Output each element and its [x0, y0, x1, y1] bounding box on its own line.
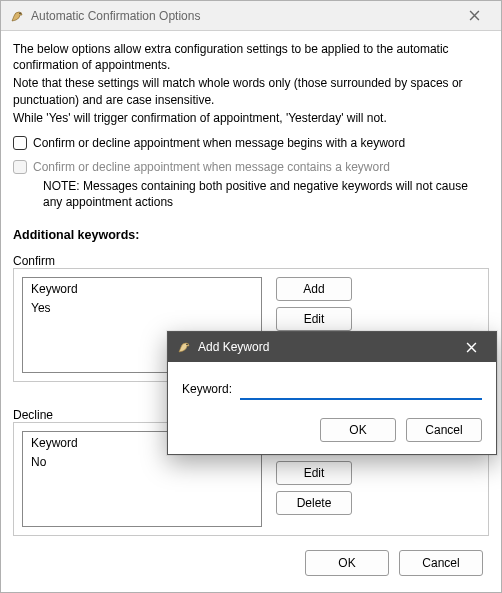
app-icon	[9, 8, 25, 24]
list-item[interactable]: Yes	[31, 300, 253, 316]
additional-title: Additional keywords:	[13, 228, 489, 242]
dialog-buttons: OK Cancel	[305, 550, 483, 576]
svg-point-1	[186, 344, 188, 346]
svg-point-0	[19, 12, 21, 14]
confirm-edit-button[interactable]: Edit	[276, 307, 352, 331]
main-ok-button[interactable]: OK	[305, 550, 389, 576]
confirm-legend: Confirm	[13, 254, 489, 268]
window-title: Automatic Confirmation Options	[31, 9, 453, 23]
content-area: The below options allow extra configurat…	[1, 31, 501, 552]
modal-close-button[interactable]	[450, 333, 492, 361]
intro-p3: While 'Yes' will trigger confirmation of…	[13, 110, 489, 126]
keyword-input[interactable]	[240, 378, 482, 400]
keyword-field-label: Keyword:	[182, 382, 232, 396]
option-contains-label: Confirm or decline appointment when mess…	[33, 160, 390, 174]
intro-p1: The below options allow extra configurat…	[13, 41, 489, 73]
checkbox-begins[interactable]	[13, 136, 27, 150]
titlebar: Automatic Confirmation Options	[1, 1, 501, 31]
modal-cancel-button[interactable]: Cancel	[406, 418, 482, 442]
option-note: NOTE: Messages containing both positive …	[43, 178, 489, 210]
modal-ok-button[interactable]: OK	[320, 418, 396, 442]
confirm-add-button[interactable]: Add	[276, 277, 352, 301]
checkbox-contains	[13, 160, 27, 174]
decline-delete-button[interactable]: Delete	[276, 491, 352, 515]
list-item[interactable]: No	[31, 454, 253, 470]
add-keyword-dialog: Add Keyword Keyword: OK Cancel	[167, 331, 497, 455]
modal-app-icon	[176, 339, 192, 355]
intro-p2: Note that these settings will match whol…	[13, 75, 489, 107]
modal-title: Add Keyword	[198, 340, 450, 354]
option-contains-row: Confirm or decline appointment when mess…	[13, 160, 489, 174]
window-close-button[interactable]	[453, 2, 495, 30]
option-begins-label: Confirm or decline appointment when mess…	[33, 136, 405, 150]
option-begins-row[interactable]: Confirm or decline appointment when mess…	[13, 136, 489, 150]
decline-edit-button[interactable]: Edit	[276, 461, 352, 485]
intro-text: The below options allow extra configurat…	[13, 41, 489, 126]
confirm-list-header: Keyword	[31, 282, 253, 296]
modal-titlebar: Add Keyword	[168, 332, 496, 362]
main-cancel-button[interactable]: Cancel	[399, 550, 483, 576]
